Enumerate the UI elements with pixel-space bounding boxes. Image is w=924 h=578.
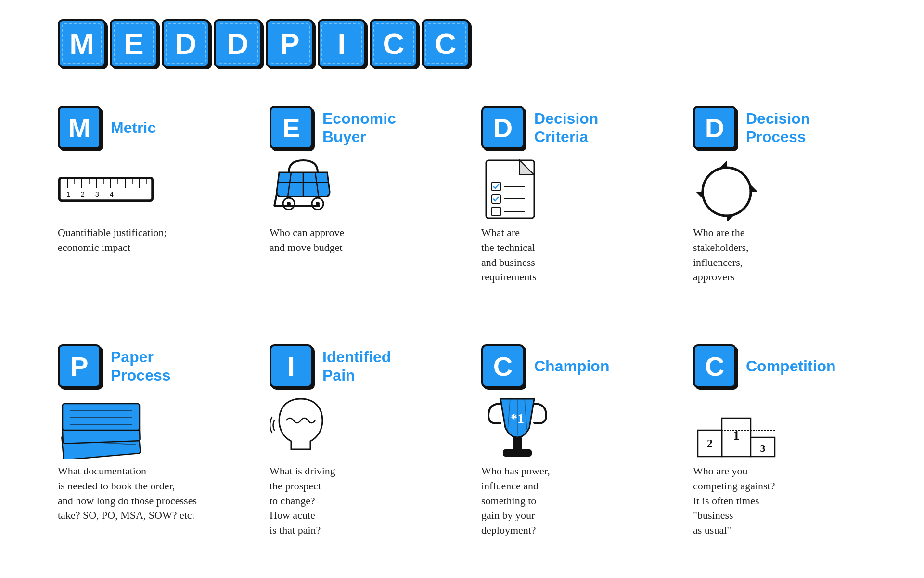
cell-title-6: Champion (534, 357, 609, 375)
svg-line-26 (274, 194, 277, 206)
cell-letter-box-2: D (481, 106, 525, 149)
cell-p-4: P PaperProcess What documentationis (38, 335, 250, 573)
meddpicc-letters: MEDDPICC (58, 19, 470, 67)
header-letter-box: M (58, 19, 106, 67)
cell-description-4: What documentationis needed to book the … (58, 464, 231, 523)
header-letter-box: C (422, 19, 470, 67)
cell-letter-box-6: C (481, 344, 525, 388)
cell-header-4: P PaperProcess (58, 344, 231, 388)
cell-header-0: M Metric (58, 106, 231, 149)
cell-header-6: C Champion (481, 344, 654, 388)
svg-rect-49 (513, 437, 522, 449)
header: MEDDPICC (38, 19, 886, 67)
cell-description-6: Who has power,influence andsomething tog… (481, 464, 654, 538)
svg-marker-35 (747, 185, 757, 195)
cell-title-5: IdentifiedPain (322, 348, 391, 385)
svg-marker-37 (696, 188, 706, 198)
cell-title-0: Metric (111, 118, 156, 137)
svg-text:2: 2 (81, 190, 85, 198)
cell-d-2: D DecisionCriteria What arethe tech (462, 96, 674, 335)
header-letter-box: D (214, 19, 262, 67)
cell-header-2: D DecisionCriteria (481, 106, 654, 149)
cell-header-1: E EconomicBuyer (270, 106, 443, 149)
svg-text:4: 4 (110, 190, 114, 198)
svg-point-24 (287, 202, 291, 206)
svg-text:1: 1 (66, 190, 70, 198)
header-letter-box: C (370, 19, 418, 67)
svg-rect-1 (60, 179, 152, 200)
cell-icon-area-4 (58, 396, 231, 459)
cell-letter-box-3: D (693, 106, 736, 149)
cell-letter-box-7: C (693, 344, 736, 388)
cell-description-3: Who are thestakeholders,influencers,appr… (693, 225, 866, 285)
cell-d-3: D DecisionProcess Who are thestakeholder… (674, 96, 886, 335)
cell-icon-area-3 (693, 158, 866, 221)
svg-rect-45 (63, 404, 140, 430)
cell-description-5: What is drivingthe prospectto change?How… (270, 464, 443, 538)
header-letter-box: P (266, 19, 314, 67)
cell-icon-area-7: 1 2 3 (693, 396, 866, 459)
cell-title-1: EconomicBuyer (322, 109, 396, 146)
cell-icon-area-1 (270, 158, 443, 221)
svg-point-25 (316, 202, 320, 206)
cell-icon-area-6: *1 (481, 396, 654, 459)
cell-header-5: I IdentifiedPain (270, 344, 443, 388)
cell-title-2: DecisionCriteria (534, 109, 598, 146)
cell-title-4: PaperProcess (111, 348, 171, 385)
svg-marker-38 (720, 161, 730, 171)
svg-rect-50 (503, 449, 532, 457)
svg-text:3: 3 (95, 190, 99, 198)
cell-e-1: E EconomicBuyer (250, 96, 462, 335)
cell-header-7: C Competition (693, 344, 866, 388)
cell-header-3: D DecisionProcess (693, 106, 866, 149)
cell-letter-box-1: E (270, 106, 313, 149)
svg-text:3: 3 (760, 442, 766, 454)
cell-description-1: Who can approveand move budget (270, 225, 443, 255)
cell-title-7: Competition (746, 357, 836, 375)
header-letter-box: D (162, 19, 210, 67)
cell-letter-box-5: I (270, 344, 313, 388)
cell-title-3: DecisionProcess (746, 109, 810, 146)
cell-description-2: What arethe technicaland businessrequire… (481, 225, 654, 285)
cell-description-7: Who are youcompeting against?It is often… (693, 464, 866, 538)
main-grid: M Metric 1 2 3 (38, 96, 886, 573)
cell-icon-area-0: 1 2 3 4 (58, 158, 231, 221)
cell-c-6: C Champion *1 Who has power (462, 335, 674, 573)
cell-m-0: M Metric 1 2 3 (38, 96, 250, 335)
svg-text:2: 2 (707, 437, 713, 449)
page-container: MEDDPICC M Metric (0, 0, 924, 578)
cell-letter-box-4: P (58, 344, 101, 388)
cell-c-7: C Competition 1 2 3 Who are youcompeting… (674, 335, 886, 573)
cell-icon-area-5 (270, 396, 443, 459)
cell-i-5: I IdentifiedPain What is drivingthe pros… (250, 335, 462, 573)
header-letter-box: E (110, 19, 158, 67)
header-letter-box: I (318, 19, 366, 67)
cell-description-0: Quantifiable justification;economic impa… (58, 225, 231, 255)
cell-icon-area-2 (481, 158, 654, 221)
cell-letter-box-0: M (58, 106, 101, 149)
